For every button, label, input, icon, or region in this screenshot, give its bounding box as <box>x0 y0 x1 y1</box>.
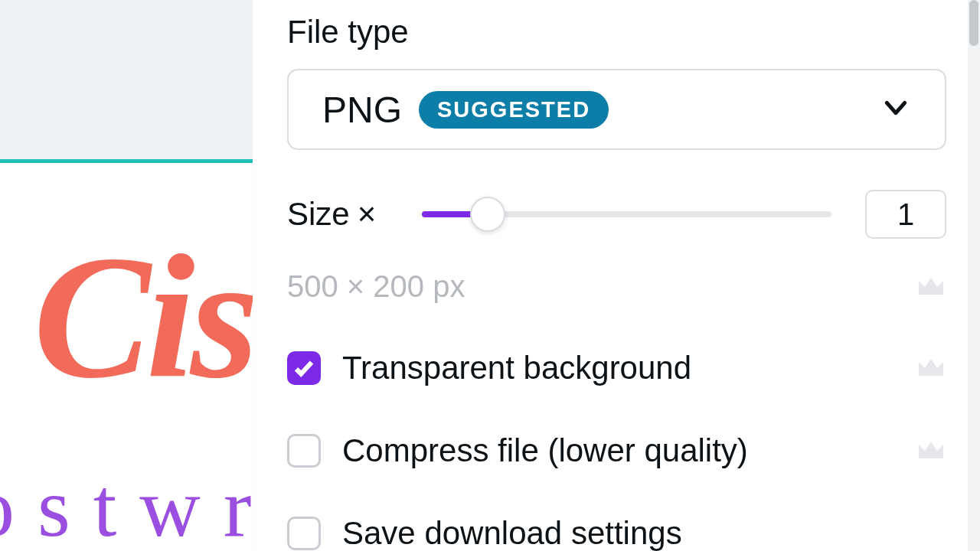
transparent-background-checkbox[interactable] <box>287 351 321 385</box>
size-row: Size × <box>287 190 946 239</box>
size-input[interactable] <box>865 190 946 239</box>
size-slider[interactable] <box>422 211 831 217</box>
crown-icon <box>916 354 946 382</box>
dimensions-row: 500 × 200 px <box>287 269 946 304</box>
canvas-sub-text: ostwri <box>0 465 253 549</box>
chevron-down-icon <box>880 93 911 126</box>
compress-file-row: Compress file (lower quality) <box>287 432 946 469</box>
canvas-background-top <box>0 0 253 163</box>
crown-icon <box>916 273 946 301</box>
download-panel: File type PNG SUGGESTED Size × 500 × 200… <box>253 0 980 551</box>
design-canvas-preview: n Cis ostwri <box>0 0 253 551</box>
slider-thumb[interactable] <box>470 197 505 232</box>
file-type-label: File type <box>287 14 946 51</box>
transparent-background-row: Transparent background <box>287 350 946 386</box>
file-type-value: PNG <box>322 89 402 131</box>
crown-icon <box>916 437 946 465</box>
scrollbar[interactable] <box>968 0 980 551</box>
compress-file-checkbox[interactable] <box>287 434 321 468</box>
size-multiply-symbol: × <box>358 196 377 233</box>
canvas-script-text: n Cis <box>0 230 253 406</box>
suggested-badge: SUGGESTED <box>419 91 609 129</box>
save-download-settings-row: Save download settings <box>287 515 946 551</box>
size-label: Size <box>287 196 350 233</box>
dimensions-text: 500 × 200 px <box>287 269 465 304</box>
compress-file-label: Compress file (lower quality) <box>342 432 748 469</box>
save-download-settings-label: Save download settings <box>342 515 682 551</box>
transparent-background-label: Transparent background <box>342 350 691 386</box>
file-type-select[interactable]: PNG SUGGESTED <box>287 69 946 150</box>
scrollbar-thumb[interactable] <box>969 0 978 46</box>
save-download-settings-checkbox[interactable] <box>287 517 321 550</box>
